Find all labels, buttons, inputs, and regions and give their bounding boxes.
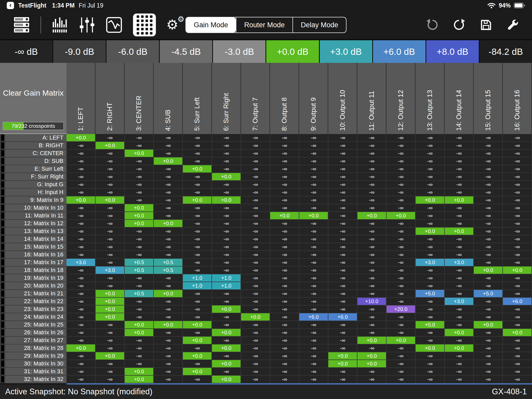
cell-9-4[interactable]: -∞: [154, 196, 183, 204]
cell-B-5[interactable]: -∞: [183, 142, 212, 150]
cell-30-11[interactable]: +0.0: [357, 360, 387, 368]
cell-22-5[interactable]: -∞: [183, 298, 212, 305]
cell-F-14[interactable]: -∞: [445, 173, 474, 181]
cell-G-3[interactable]: -∞: [125, 181, 154, 189]
col-header-10[interactable]: 10: Output 10: [328, 63, 357, 134]
cell-27-10[interactable]: -∞: [328, 337, 357, 344]
clear-gain-matrix-button[interactable]: Clear Gain Matrix 79/232 crosspoints: [0, 63, 66, 134]
cell-32-2[interactable]: -∞: [96, 376, 125, 383]
cell-B-8[interactable]: -∞: [270, 142, 299, 150]
cell-A-12[interactable]: -∞: [387, 134, 416, 142]
cell-B-10[interactable]: -∞: [328, 142, 357, 150]
col-header-4[interactable]: 4: SUB: [154, 63, 183, 134]
cell-12-11[interactable]: -∞: [357, 220, 387, 228]
cell-C-9[interactable]: -∞: [299, 150, 328, 157]
cell-28-8[interactable]: -∞: [270, 344, 299, 352]
cell-13-8[interactable]: -∞: [270, 228, 299, 235]
cell-9-12[interactable]: -∞: [387, 196, 416, 204]
cell-28-7[interactable]: -∞: [241, 344, 270, 352]
cell-25-8[interactable]: -∞: [270, 321, 299, 329]
cell-11-6[interactable]: -∞: [212, 212, 241, 220]
palette-button-+6.0-dB[interactable]: +6.0 dB: [373, 40, 425, 63]
cell-15-8[interactable]: -∞: [270, 243, 299, 251]
cell-29-3[interactable]: -∞: [125, 352, 154, 360]
cell-28-11[interactable]: -∞: [357, 344, 387, 352]
cell-20-7[interactable]: -∞: [241, 282, 270, 290]
cell-14-5[interactable]: -∞: [183, 235, 212, 243]
cell-B-1[interactable]: -∞: [66, 142, 96, 150]
col-header-5[interactable]: 5: Surr Left: [183, 63, 212, 134]
cell-26-2[interactable]: -∞: [96, 329, 125, 337]
cell-E-9[interactable]: -∞: [299, 165, 328, 173]
cell-16-9[interactable]: -∞: [299, 251, 328, 259]
cell-E-16[interactable]: -∞: [503, 165, 532, 173]
cell-12-2[interactable]: -∞: [96, 220, 125, 228]
row-label-G[interactable]: G: Input G: [5, 181, 66, 189]
cell-12-1[interactable]: -∞: [66, 220, 96, 228]
cell-25-2[interactable]: -∞: [96, 321, 125, 329]
cell-16-15[interactable]: -∞: [474, 251, 503, 259]
cell-B-13[interactable]: -∞: [416, 142, 445, 150]
cell-28-14[interactable]: +0.0: [445, 344, 474, 352]
cell-A-1[interactable]: +0.0: [66, 134, 96, 142]
cell-23-1[interactable]: -∞: [66, 305, 96, 313]
cell-15-13[interactable]: -∞: [416, 243, 445, 251]
cell-25-3[interactable]: +0.0: [125, 321, 154, 329]
cell-18-8[interactable]: -∞: [270, 267, 299, 274]
cell-17-15[interactable]: -∞: [474, 259, 503, 267]
cell-24-14[interactable]: -∞: [445, 313, 474, 321]
cell-B-14[interactable]: -∞: [445, 142, 474, 150]
cell-15-1[interactable]: -∞: [66, 243, 96, 251]
cell-23-3[interactable]: -∞: [125, 305, 154, 313]
cell-28-10[interactable]: -∞: [328, 344, 357, 352]
cell-10-5[interactable]: -∞: [183, 204, 212, 212]
cell-16-3[interactable]: -∞: [125, 251, 154, 259]
cell-32-12[interactable]: -∞: [387, 376, 416, 383]
row-label-23[interactable]: 23: Matrix In 23: [5, 305, 66, 313]
cell-30-16[interactable]: -∞: [503, 360, 532, 368]
cell-H-3[interactable]: -∞: [125, 189, 154, 196]
cell-15-2[interactable]: -∞: [96, 243, 125, 251]
cell-31-6[interactable]: -∞: [212, 368, 241, 376]
cell-C-14[interactable]: -∞: [445, 150, 474, 157]
cell-25-9[interactable]: -∞: [299, 321, 328, 329]
cell-22-10[interactable]: -∞: [328, 298, 357, 305]
cell-21-15[interactable]: +5.0: [474, 290, 503, 298]
cell-D-6[interactable]: -∞: [212, 157, 241, 165]
cell-32-16[interactable]: -∞: [503, 376, 532, 383]
tab-gain-mode[interactable]: Gain Mode: [186, 17, 236, 32]
cell-14-14[interactable]: -∞: [445, 235, 474, 243]
cell-C-10[interactable]: -∞: [328, 150, 357, 157]
cell-G-14[interactable]: -∞: [445, 181, 474, 189]
cell-11-16[interactable]: -∞: [503, 212, 532, 220]
palette-button--3.0-dB[interactable]: -3.0 dB: [213, 40, 265, 63]
cell-15-4[interactable]: -∞: [154, 243, 183, 251]
cell-12-7[interactable]: -∞: [241, 220, 270, 228]
cell-H-14[interactable]: -∞: [445, 189, 474, 196]
row-label-D[interactable]: D: SUB: [5, 157, 66, 165]
cell-16-5[interactable]: -∞: [183, 251, 212, 259]
cell-19-5[interactable]: +1.0: [183, 274, 212, 282]
cell-21-12[interactable]: -∞: [387, 290, 416, 298]
cell-22-3[interactable]: -∞: [125, 298, 154, 305]
cell-18-2[interactable]: +3.0: [96, 267, 125, 274]
cell-21-10[interactable]: -∞: [328, 290, 357, 298]
cell-15-10[interactable]: -∞: [328, 243, 357, 251]
cell-13-14[interactable]: +0.0: [445, 228, 474, 235]
cell-30-7[interactable]: -∞: [241, 360, 270, 368]
cell-D-4[interactable]: +0.0: [154, 157, 183, 165]
cell-E-12[interactable]: -∞: [387, 165, 416, 173]
row-label-11[interactable]: 11: Matrix In 11: [5, 212, 66, 220]
cell-16-10[interactable]: -∞: [328, 251, 357, 259]
cell-D-1[interactable]: -∞: [66, 157, 96, 165]
cell-29-14[interactable]: -∞: [445, 352, 474, 360]
cell-18-15[interactable]: +0.0: [474, 267, 503, 274]
cell-15-16[interactable]: -∞: [503, 243, 532, 251]
cell-G-16[interactable]: -∞: [503, 181, 532, 189]
cell-22-4[interactable]: -∞: [154, 298, 183, 305]
cell-27-6[interactable]: -∞: [212, 337, 241, 344]
row-label-12[interactable]: 12: Matrix In 12: [5, 220, 66, 228]
cell-G-4[interactable]: -∞: [154, 181, 183, 189]
cell-B-16[interactable]: -∞: [503, 142, 532, 150]
cell-23-16[interactable]: -∞: [503, 305, 532, 313]
